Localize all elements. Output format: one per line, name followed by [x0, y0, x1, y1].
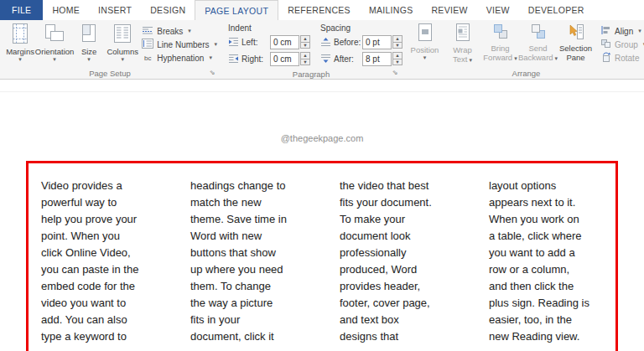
dropdown-caret-icon: ▾: [53, 56, 56, 62]
spacing-before-icon: [320, 37, 331, 49]
spacing-before-input[interactable]: 0 pt ▲ ▼: [362, 35, 402, 49]
page-top-edge: [0, 91, 644, 92]
spacing-after-value[interactable]: 8 pt: [362, 52, 392, 66]
spacing-after-decrease-button[interactable]: ▼: [392, 59, 402, 66]
dropdown-caret-icon: ▾: [423, 54, 427, 60]
line-numbers-button[interactable]: Line Numbers ▾: [139, 38, 220, 51]
dropdown-caret-icon: ▾: [209, 54, 212, 61]
columns-button[interactable]: Columns ▾: [106, 20, 139, 67]
tab-view[interactable]: VIEW: [477, 0, 519, 20]
spacing-heading: Spacing: [320, 23, 402, 33]
tab-page-layout[interactable]: PAGE LAYOUT: [195, 0, 278, 20]
dropdown-caret-icon: ▾: [87, 56, 91, 62]
columns-icon: [112, 23, 132, 46]
document-column-2: headings change to match the new theme. …: [190, 178, 302, 345]
indent-left-value[interactable]: 0 cm: [270, 35, 299, 49]
dropdown-caret-icon: ▾: [514, 55, 517, 61]
tab-home[interactable]: HOME: [43, 0, 89, 20]
tab-mailings[interactable]: MAILINGS: [360, 0, 423, 20]
spacing-section: Spacing Before: 0 pt ▲ ▼: [320, 23, 402, 69]
indent-right-decrease-button[interactable]: ▼: [300, 59, 310, 66]
tab-review[interactable]: REVIEW: [422, 0, 476, 20]
line-numbers-icon: [142, 39, 153, 50]
orientation-button[interactable]: Orientation ▾: [37, 20, 72, 67]
group-arrange: Position ▾ WrapText▾ BringForward▾ Send: [402, 20, 644, 79]
tab-developer[interactable]: DEVELOPER: [519, 0, 594, 20]
paragraph-dialog-launcher-icon[interactable]: ⇘: [390, 68, 400, 78]
hyphenation-button[interactable]: bc Hyphenation ▾: [139, 51, 220, 65]
breaks-button[interactable]: Breaks ▾: [139, 24, 220, 38]
spacing-after-icon: [320, 54, 331, 65]
tab-insert[interactable]: INSERT: [89, 0, 141, 20]
indent-left-label: Left:: [242, 38, 267, 47]
margins-label: Margins: [6, 47, 34, 56]
align-icon: [600, 25, 611, 37]
page-setup-dialog-launcher-icon[interactable]: ⇘: [207, 68, 217, 78]
wrap-text-button[interactable]: WrapText▾: [444, 20, 481, 67]
group-objects-icon: [600, 39, 611, 50]
ribbon: Margins ▾ Orientation ▾ Size ▾: [0, 20, 644, 80]
orientation-label: Orientation: [35, 47, 74, 56]
dropdown-caret-icon: ▾: [215, 41, 218, 48]
indent-right-icon: [228, 54, 239, 65]
document-column-1: Video provides a powerful way to help yo…: [41, 178, 153, 345]
indent-section: Indent Left: 0 cm ▲ ▼: [228, 23, 310, 69]
dropdown-caret-icon: ▾: [638, 28, 641, 34]
selection-pane-button[interactable]: SelectionPane: [557, 20, 595, 67]
spacing-after-input[interactable]: 8 pt ▲ ▼: [362, 52, 402, 66]
indent-left-input[interactable]: 0 cm ▲ ▼: [270, 35, 310, 49]
arrange-group-label: Arrange: [512, 69, 541, 78]
size-label: Size: [81, 47, 96, 56]
margins-button[interactable]: Margins ▾: [3, 20, 37, 67]
indent-right-value[interactable]: 0 cm: [270, 52, 299, 66]
dropdown-caret-icon: ▾: [121, 56, 124, 62]
document-column-3: the video that best fits your document. …: [340, 178, 451, 345]
indent-right-input[interactable]: 0 cm ▲ ▼: [270, 52, 310, 66]
position-icon: [417, 23, 434, 44]
wrap-text-icon: [454, 23, 471, 44]
bring-forward-button[interactable]: BringForward▾: [481, 20, 519, 67]
hyphenation-label: Hyphenation: [157, 54, 204, 63]
indent-right-label: Right:: [242, 54, 267, 64]
send-backward-icon: [530, 23, 547, 43]
position-label: Position: [411, 45, 439, 54]
align-button[interactable]: Align ▾: [598, 24, 644, 38]
spacing-before-label: Before:: [334, 38, 360, 47]
tab-file[interactable]: FILE: [0, 0, 43, 20]
indent-left-icon: [228, 37, 239, 49]
breaks-label: Breaks: [157, 27, 183, 36]
paragraph-group-label: Paragraph: [293, 70, 330, 79]
dropdown-caret-icon: ▾: [188, 28, 191, 34]
ribbon-tab-bar: FILE HOME INSERT DESIGN PAGE LAYOUT REFE…: [0, 0, 644, 20]
tab-design[interactable]: DESIGN: [141, 0, 195, 20]
send-backward-label: SendBackward▾: [518, 44, 558, 63]
wrap-text-label: WrapText▾: [453, 45, 472, 65]
bring-forward-icon: [492, 23, 509, 43]
indent-heading: Indent: [228, 23, 310, 33]
rotate-button[interactable]: Rotate ▾: [598, 51, 644, 65]
size-button[interactable]: Size ▾: [72, 20, 106, 67]
line-numbers-label: Line Numbers: [157, 40, 209, 49]
align-label: Align: [615, 27, 633, 36]
indent-left-decrease-button[interactable]: ▼: [300, 42, 310, 49]
document-column-4: layout options appears next to it. When …: [489, 178, 600, 345]
document-area[interactable]: @thegeekpage.com Video provides a powerf…: [0, 80, 644, 350]
group-button[interactable]: Group ▾: [598, 38, 644, 51]
group-page-setup: Margins ▾ Orientation ▾ Size ▾: [0, 20, 220, 79]
margins-icon: [10, 23, 30, 46]
selection-pane-label: SelectionPane: [559, 44, 592, 62]
selection-pane-icon: [568, 23, 584, 43]
page-setup-group-label: Page Setup: [89, 69, 131, 78]
spacing-before-value[interactable]: 0 pt: [362, 35, 392, 49]
selection-highlight-box: Video provides a powerful way to help yo…: [26, 161, 618, 351]
breaks-icon: [142, 25, 153, 37]
spacing-after-label: After:: [334, 54, 360, 64]
orientation-icon: [44, 23, 65, 46]
tab-references[interactable]: REFERENCES: [278, 0, 360, 20]
send-backward-button[interactable]: SendBackward▾: [519, 20, 557, 67]
spacing-before-decrease-button[interactable]: ▼: [392, 42, 402, 49]
watermark-text: @thegeekpage.com: [0, 133, 644, 143]
columns-label: Columns: [106, 47, 138, 56]
size-icon: [80, 23, 98, 46]
position-button[interactable]: Position ▾: [406, 20, 444, 67]
